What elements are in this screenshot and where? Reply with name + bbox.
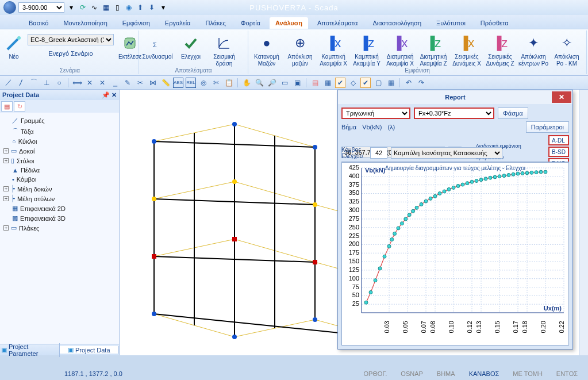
toggle-3-icon[interactable]: ✔: [360, 78, 371, 88]
ribbon-tab-6[interactable]: Ανάλυση: [270, 17, 308, 29]
toggle-1-icon[interactable]: ✔: [335, 78, 345, 88]
layers-icon[interactable]: ▤: [310, 78, 320, 88]
ribbon-tab-4[interactable]: Πλάκες: [199, 17, 231, 29]
expander-icon[interactable]: +: [3, 196, 9, 201]
qat-bolt-icon[interactable]: ∿: [90, 3, 99, 12]
tool-hand-icon[interactable]: ✋: [241, 78, 252, 88]
params-button[interactable]: Παράμετροι: [526, 121, 569, 133]
status-coords: 1187.1 , 1377.2 , 0.0: [64, 370, 122, 377]
expander-icon[interactable]: +: [3, 186, 9, 191]
undo-icon[interactable]: ↶: [403, 78, 414, 88]
tree-item-label: Πέδιλα: [21, 167, 40, 174]
ribbon-tab-10[interactable]: Πρόσθετα: [475, 17, 514, 29]
tool-arc-icon[interactable]: ⌒: [29, 78, 39, 88]
tool-perp-icon[interactable]: ⊥: [41, 78, 52, 88]
tag-b-sd[interactable]: B-SD: [548, 147, 569, 157]
tool-dim-icon[interactable]: ⟺: [72, 78, 82, 88]
tool-clip-icon[interactable]: ✄: [211, 78, 221, 88]
ribbon-tab-9[interactable]: Ξυλότυποι: [431, 17, 471, 29]
expander-icon[interactable]: +: [3, 158, 9, 163]
status-inside[interactable]: ΕΝΤΟΣ: [556, 370, 578, 377]
qat-more-icon[interactable]: ▾: [159, 3, 168, 12]
tag-a-dl[interactable]: A-DL: [548, 135, 569, 145]
tool-abs-icon[interactable]: ABS: [173, 78, 183, 88]
method-select[interactable]: Τριγωνική: [341, 108, 410, 119]
qat-down-icon[interactable]: ⬇: [147, 3, 156, 12]
tree-item-4[interactable]: +▯Στύλοι: [1, 156, 118, 166]
tree-item-3[interactable]: +▭Δοκοί: [1, 146, 118, 156]
tool-target-icon[interactable]: ◎: [198, 78, 209, 88]
tool-circle-icon[interactable]: ○: [54, 78, 64, 88]
ribbon-tab-3[interactable]: Εργαλεία: [159, 17, 197, 29]
report-close-button[interactable]: ✕: [552, 91, 571, 103]
tool-dash-icon[interactable]: ⎯: [110, 78, 120, 88]
qat-refresh-icon[interactable]: ⟳: [78, 3, 87, 12]
combination-select[interactable]: Fx+0.30*Fz: [414, 108, 494, 119]
svg-point-0: [17, 36, 21, 40]
toggle-5-icon[interactable]: ▦: [386, 78, 396, 88]
ribbon-tab-1[interactable]: Μοντελοποίηση: [57, 17, 113, 29]
sidebar-tab-filter-icon[interactable]: ▤: [1, 101, 13, 112]
project-tree[interactable]: ／Γραμμές⌒Τόξα○Κύκλοι+▭Δοκοί+▯Στύλοι▲Πέδι…: [0, 113, 119, 344]
tree-item-11[interactable]: +▭Πλάκες: [1, 223, 118, 233]
tool-cross-icon[interactable]: ✂: [135, 78, 145, 88]
expander-icon[interactable]: +: [3, 225, 9, 231]
tool-join-icon[interactable]: ⋈: [148, 78, 158, 88]
blocks-icon[interactable]: ▦: [322, 78, 333, 88]
control-node-input[interactable]: [370, 147, 387, 159]
zoom-all-icon[interactable]: ▣: [292, 78, 302, 88]
redo-icon[interactable]: ↷: [416, 78, 426, 88]
sidebar-tab-refresh-icon[interactable]: ↻: [14, 101, 25, 112]
tool-paste-icon[interactable]: 📋: [224, 78, 234, 88]
curve-select[interactable]: Καμπύλη Ικανότητας Κατασκευής: [391, 147, 502, 159]
tree-item-2[interactable]: ○Κύκλοι: [1, 137, 118, 146]
qat-icon-1[interactable]: ▾: [67, 3, 76, 12]
tree-item-label: Επιφανειακά 2D: [20, 205, 66, 212]
expander-icon[interactable]: +: [3, 148, 9, 153]
tool-edit-icon[interactable]: ✎: [122, 78, 133, 88]
tree-item-0[interactable]: ／Γραμμές: [1, 115, 118, 126]
status-grid[interactable]: ΚΑΝΑΒΟΣ: [469, 370, 499, 377]
tree-item-5[interactable]: ▲Πέδιλα: [1, 166, 118, 175]
tree-item-1[interactable]: ⌒Τόξα: [1, 126, 118, 137]
tree-item-8[interactable]: +┝Μέλη στύλων: [1, 194, 118, 204]
status-osnap[interactable]: OSNAP: [401, 370, 423, 377]
tool-line-icon[interactable]: ／: [3, 78, 14, 88]
zoom-out-icon[interactable]: 🔎: [267, 78, 277, 88]
ribbon-tab-2[interactable]: Εμφάνιση: [117, 17, 156, 29]
tab-project-parameter[interactable]: ▣Project Parameter: [0, 343, 60, 357]
tool-rel-icon[interactable]: REL: [186, 78, 196, 88]
tab-project-data[interactable]: ▣Project Data: [60, 346, 120, 354]
scenario-select[interactable]: EC-8_Greek Ανελαστική (1): [28, 34, 114, 45]
tree-item-7[interactable]: +┝Μέλη δοκών: [1, 184, 118, 194]
tool-polyline-icon[interactable]: 〳: [16, 78, 26, 88]
tree-item-6[interactable]: •Κόμβοι: [1, 175, 118, 184]
model-canvas[interactable]: Report ✕ Τριγωνική Fx+0.30*Fz Φάσμα Βήμα…: [120, 90, 579, 355]
zoom-region-icon[interactable]: ▭: [279, 78, 290, 88]
vertical-scrollbar[interactable]: [579, 90, 588, 355]
ribbon-tab-5[interactable]: Φορτία: [235, 17, 266, 29]
tree-item-10[interactable]: ▩Επιφανειακά 3D: [1, 213, 118, 223]
svg-point-79: [369, 290, 372, 294]
sidebar-pin-icon[interactable]: 📌 ✕: [102, 91, 117, 99]
qat-building-icon[interactable]: ▯: [113, 3, 122, 12]
app-orb[interactable]: [3, 1, 16, 14]
toggle-4-icon[interactable]: ▢: [373, 78, 383, 88]
spectrum-button[interactable]: Φάσμα: [498, 108, 528, 119]
tool-x2-icon[interactable]: ✕: [97, 78, 107, 88]
tool-ruler-icon[interactable]: 📏: [160, 78, 171, 88]
qat-grid-icon[interactable]: ▦: [101, 3, 110, 12]
scale-combo[interactable]: 3-900.00: [18, 2, 64, 13]
toggle-2-icon[interactable]: ◇: [348, 78, 358, 88]
status-step[interactable]: ΒΗΜΑ: [437, 370, 455, 377]
zoom-in-icon[interactable]: 🔍: [254, 78, 264, 88]
tree-item-9[interactable]: ▦Επιφανειακά 2D: [1, 204, 118, 213]
tool-x-icon[interactable]: ✕: [84, 78, 95, 88]
ribbon-tab-7[interactable]: Αποτελέσματα: [312, 17, 363, 29]
status-ortho[interactable]: ΟΡΘΟΓ.: [363, 370, 387, 377]
ribbon-tab-0[interactable]: Βασικό: [23, 17, 54, 29]
qat-up-icon[interactable]: ⬆: [136, 3, 145, 12]
status-section[interactable]: ΜΕ ΤΟΜΗ: [513, 370, 543, 377]
ribbon-tab-8[interactable]: Διαστασιολόγηση: [367, 17, 427, 29]
qat-globe-icon[interactable]: ◉: [124, 3, 133, 12]
